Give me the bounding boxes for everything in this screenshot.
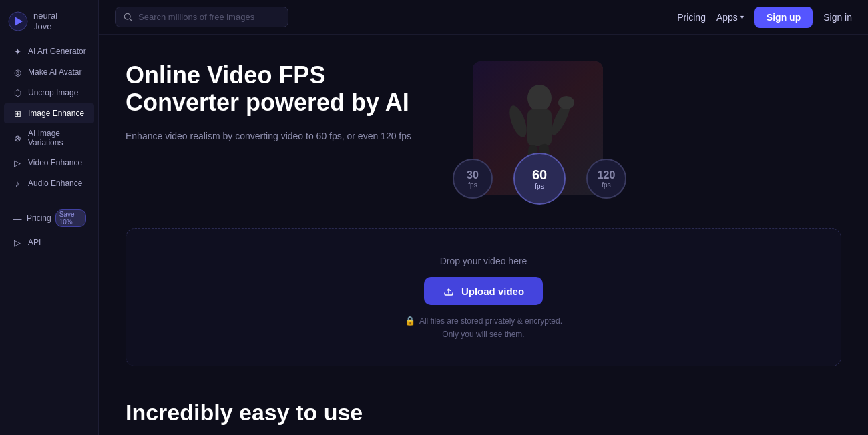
hero-description: Enhance video realism by converting vide… <box>126 129 433 143</box>
main-content: Pricing Apps ▾ Sign up Sign in Online Vi… <box>99 0 868 435</box>
api-icon: ▷ <box>12 237 23 248</box>
sidebar-item-pricing[interactable]: — Pricing Save 10% <box>4 205 94 232</box>
art-icon: ✦ <box>12 46 23 57</box>
upload-button[interactable]: Upload video <box>424 277 543 305</box>
pricing-link[interactable]: Pricing <box>677 12 706 23</box>
lock-icon: 🔒 <box>405 316 415 326</box>
privacy-row: 🔒 All files are stored privately & encry… <box>405 316 562 326</box>
drop-label: Drop your video here <box>440 256 527 266</box>
sidebar-item-make-ai-avatar[interactable]: ◎ Make AI Avatar <box>4 62 94 82</box>
fps-badge-120: 120 fps <box>586 159 626 199</box>
fps-60-label: fps <box>535 183 544 190</box>
logo[interactable]: neural .love <box>0 7 98 41</box>
sidebar-item-video-enhance[interactable]: ▷ Video Enhance <box>4 153 94 173</box>
upload-section: Drop your video here Upload video 🔒 All … <box>126 228 841 366</box>
privacy-text-2: Only you will see them. <box>442 330 524 339</box>
svg-point-9 <box>558 96 574 109</box>
fps-30-value: 30 <box>467 169 479 181</box>
svg-line-3 <box>130 19 132 21</box>
sidebar-nav: ✦ AI Art Generator ◎ Make AI Avatar ⬡ Un… <box>0 41 98 253</box>
save-badge: Save 10% <box>55 209 86 227</box>
apps-dropdown[interactable]: Apps ▾ <box>716 12 744 23</box>
hero-image-wrap: 30 fps 60 fps 120 fps <box>459 61 620 195</box>
fps-badge-30: 30 fps <box>453 159 493 199</box>
search-input[interactable] <box>138 12 272 22</box>
svg-rect-6 <box>527 109 552 146</box>
privacy-text-1: All files are stored privately & encrypt… <box>419 316 562 326</box>
logo-icon <box>8 11 28 31</box>
sidebar-item-image-enhance[interactable]: ⊞ Image Enhance <box>4 103 94 123</box>
privacy-note: 🔒 All files are stored privately & encry… <box>405 316 562 339</box>
sidebar-item-audio-enhance[interactable]: ♪ Audio Enhance <box>4 173 94 193</box>
fps-120-label: fps <box>602 181 610 189</box>
video-icon: ▷ <box>12 157 23 168</box>
search-icon <box>124 13 133 22</box>
avatar-icon: ◎ <box>12 67 23 77</box>
pricing-icon: — <box>12 213 23 224</box>
apps-label: Apps <box>716 12 738 23</box>
fps-60-value: 60 <box>532 167 547 183</box>
lower-section: Incredibly easy to use Do you need to ex… <box>99 380 868 435</box>
fps-30-label: fps <box>468 181 477 189</box>
variations-icon: ⊗ <box>12 133 23 143</box>
hero-text: Online Video FPS Converter powered by AI… <box>126 61 433 143</box>
search-box[interactable] <box>115 7 288 27</box>
section-title: Incredibly easy to use <box>126 400 841 426</box>
upload-icon <box>443 285 455 297</box>
logo-text: neural .love <box>33 11 57 31</box>
fps-120-value: 120 <box>598 169 616 181</box>
sidebar-item-ai-image-variations[interactable]: ⊗ AI Image Variations <box>4 124 94 152</box>
signup-button[interactable]: Sign up <box>754 7 813 28</box>
sidebar-item-uncrop-image[interactable]: ⬡ Uncrop Image <box>4 83 94 103</box>
fps-badges: 30 fps 60 fps 120 fps <box>453 153 626 205</box>
sidebar: neural .love ✦ AI Art Generator ◎ Make A… <box>0 0 99 435</box>
hero-section: Online Video FPS Converter powered by AI… <box>99 35 868 215</box>
chevron-down-icon: ▾ <box>740 13 744 21</box>
signin-button[interactable]: Sign in <box>823 12 852 23</box>
svg-point-5 <box>527 85 552 111</box>
uncrop-icon: ⬡ <box>12 87 23 98</box>
topnav-right: Pricing Apps ▾ Sign up Sign in <box>677 7 852 28</box>
sidebar-item-ai-art-generator[interactable]: ✦ AI Art Generator <box>4 41 94 61</box>
topnav: Pricing Apps ▾ Sign up Sign in <box>99 0 868 35</box>
audio-icon: ♪ <box>12 178 23 189</box>
fps-badge-60: 60 fps <box>513 153 566 205</box>
enhance-icon: ⊞ <box>12 108 23 119</box>
sidebar-divider <box>8 199 90 199</box>
hero-title: Online Video FPS Converter powered by AI <box>126 61 433 117</box>
sidebar-item-api[interactable]: ▷ API <box>4 232 94 252</box>
